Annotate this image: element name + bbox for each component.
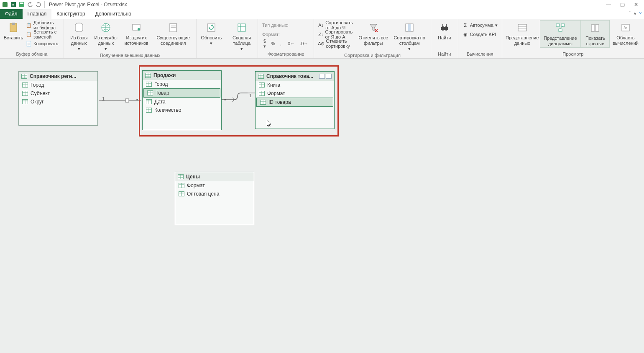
show-hidden-button[interactable]: Показать скрытые: [581, 20, 610, 48]
sort-by-column-button[interactable]: Сортировка по столбцам▾: [391, 20, 428, 53]
column-icon: [146, 99, 152, 104]
paste-replace-button[interactable]: 📋Вставить с заменой: [26, 30, 59, 39]
svg-rect-29: [556, 24, 560, 26]
maximize-button[interactable]: ▢: [620, 2, 625, 8]
ribbon-collapse-help: ˇ ʌ ?: [629, 11, 641, 16]
datatype-label: Тип данных:: [262, 23, 289, 28]
copy-icon: 📄: [26, 41, 32, 46]
ribbon-up-icon[interactable]: ʌ: [634, 11, 636, 16]
field-sales-2[interactable]: Дата: [143, 98, 221, 106]
table-prices-header[interactable]: Цены: [175, 172, 254, 181]
column-icon: [179, 183, 184, 188]
group-clipboard-label: Буфер обмена: [3, 52, 61, 57]
sort-column-icon: [403, 21, 416, 34]
pivot-table-button[interactable]: Сводная таблица▾: [228, 20, 255, 53]
undo-icon[interactable]: [27, 1, 33, 8]
from-database-button[interactable]: Из базы данных▾: [66, 20, 92, 53]
comma-button[interactable]: ,: [279, 41, 283, 46]
field-regions-1[interactable]: Субъект: [19, 89, 97, 98]
existing-conn-icon: [166, 21, 180, 34]
group-clipboard: Вставить 📋Добавить из буфера 📋Вставить с…: [0, 19, 64, 58]
svg-rect-24: [442, 24, 443, 27]
table-sales[interactable]: Продажи Город Товар Дата Количество: [142, 70, 222, 130]
decrease-decimal-button[interactable]: .0→: [299, 41, 309, 46]
from-other-button[interactable]: Из других источников: [120, 20, 153, 47]
column-icon: [259, 82, 265, 88]
help-icon[interactable]: ?: [639, 11, 641, 16]
field-sales-1[interactable]: Товар: [143, 88, 220, 98]
tab-home[interactable]: Главная: [23, 9, 52, 19]
ribbon-tabs: Файл Главная Конструктор Дополнительно: [0, 9, 644, 19]
table-regions-header[interactable]: Справочник реги...: [19, 72, 97, 81]
existing-connections-button[interactable]: Существующие соединения: [153, 20, 194, 47]
field-regions-2[interactable]: Округ: [19, 98, 97, 106]
data-view-button[interactable]: Представление данных: [505, 20, 540, 47]
svg-rect-0: [3, 2, 8, 7]
clear-sort-icon: A⊘: [318, 41, 324, 46]
currency-button[interactable]: $ ▾: [262, 38, 267, 49]
column-icon: [22, 82, 28, 88]
table-icon: [258, 74, 264, 79]
field-regions-0[interactable]: Город: [19, 81, 97, 89]
ribbon-collapse-icon[interactable]: ˇ: [629, 11, 631, 16]
svg-rect-39: [125, 99, 129, 102]
close-button[interactable]: ✕: [634, 2, 638, 8]
tab-advanced[interactable]: Дополнительно: [90, 9, 136, 19]
sort-az-button[interactable]: A↓Сортировать от А до Я: [318, 21, 354, 29]
from-service-button[interactable]: Из службы данных▾: [92, 20, 120, 53]
group-find: Найти Найти: [431, 19, 458, 58]
calc-area-button[interactable]: fx Область вычислений: [610, 20, 641, 47]
other-sources-icon: [130, 21, 143, 34]
column-icon: [22, 91, 28, 96]
field-products-1[interactable]: Формат: [256, 89, 334, 98]
table-products-header[interactable]: Справочник това...: [256, 72, 334, 81]
column-icon: [22, 99, 28, 104]
table-header-buttons: [319, 74, 332, 79]
create-kpi-button[interactable]: ◉Создать KPI: [463, 30, 498, 39]
sigma-icon: Σ: [463, 22, 468, 28]
table-regions[interactable]: Справочник реги... Город Субъект Округ: [18, 71, 98, 126]
redo-icon[interactable]: [35, 1, 42, 8]
tab-design[interactable]: Конструктор: [51, 9, 90, 19]
save-icon[interactable]: [18, 1, 25, 8]
autosum-button[interactable]: ΣАвтосумма▾: [463, 21, 498, 29]
table-prices[interactable]: Цены Формат Оптовая цена: [175, 172, 254, 225]
paste-button[interactable]: Вставить: [3, 20, 24, 41]
group-external-data: Из базы данных▾ Из службы данных▾ Из дру…: [64, 19, 197, 58]
clear-filters-button[interactable]: Отменить все фильтры: [356, 20, 391, 47]
find-button[interactable]: Найти: [434, 20, 455, 41]
pivot-table-icon: [235, 21, 248, 34]
sort-za-icon: Z↓: [318, 31, 323, 37]
table-detail-button[interactable]: [319, 74, 325, 79]
group-refresh: Обновить▾: [197, 19, 226, 58]
table-maximize-button[interactable]: [326, 74, 332, 79]
field-prices-0[interactable]: Формат: [175, 181, 254, 190]
svg-rect-4: [20, 3, 23, 4]
field-prices-1[interactable]: Оптовая цена: [175, 190, 254, 198]
minimize-button[interactable]: —: [606, 2, 611, 8]
tab-file[interactable]: Файл: [0, 9, 23, 19]
clear-sort-button[interactable]: A⊘Отменить сортировку: [318, 39, 354, 48]
field-sales-3[interactable]: Количество: [143, 106, 221, 114]
diagram-canvas[interactable]: 1 * * 1 Справочник реги... Город Субъект…: [0, 59, 644, 353]
field-sales-0[interactable]: Город: [143, 80, 221, 88]
refresh-icon: [204, 21, 218, 34]
sort-za-button[interactable]: Z↓Сортировать от Я до А: [318, 30, 354, 39]
svg-rect-25: [446, 24, 447, 27]
increase-decimal-button[interactable]: .0←: [285, 41, 296, 46]
table-sales-header[interactable]: Продажи: [143, 71, 221, 80]
percent-button[interactable]: %: [270, 41, 276, 46]
globe-icon: [99, 21, 112, 34]
add-from-buffer-button[interactable]: 📋Добавить из буфера: [26, 21, 59, 29]
cursor-icon: [267, 120, 272, 127]
field-products-2[interactable]: ID товара: [256, 98, 333, 107]
separator: [44, 1, 45, 8]
kpi-icon: ◉: [463, 31, 468, 37]
diagram-view-button[interactable]: Представление диаграммы: [540, 20, 581, 48]
group-pivot: Сводная таблица▾: [226, 19, 258, 58]
field-products-0[interactable]: Книга: [256, 81, 334, 89]
group-external-label: Получение внешних данных: [66, 53, 194, 59]
refresh-button[interactable]: Обновить▾: [199, 20, 223, 47]
excel-icon: x: [10, 1, 17, 8]
copy-button[interactable]: 📄Копировать: [26, 39, 59, 48]
